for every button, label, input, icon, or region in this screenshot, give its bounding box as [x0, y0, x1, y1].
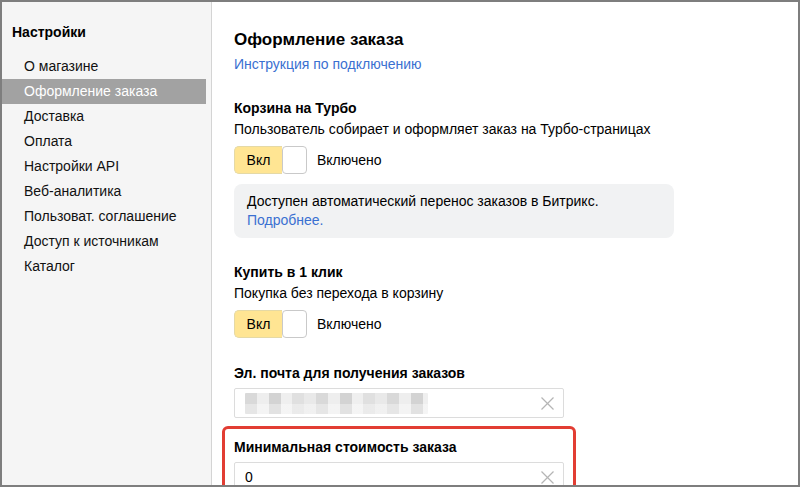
sidebar-item-payment[interactable]: Оплата — [2, 129, 211, 154]
section-turbo-cart: Корзина на Турбо Пользователь собирает и… — [234, 100, 798, 238]
sidebar-item-user-agreement[interactable]: Пользоват. соглашение — [2, 204, 211, 229]
page-title: Оформление заказа — [234, 30, 798, 50]
sidebar-item-source-access[interactable]: Доступ к источникам — [2, 229, 211, 254]
sidebar: Настройки О магазине Оформление заказа Д… — [2, 2, 212, 485]
email-label: Эл. почта для получения заказов — [234, 365, 798, 382]
turbo-cart-description: Пользователь собирает и оформляет заказ … — [234, 121, 798, 138]
min-order-input[interactable] — [245, 469, 539, 485]
turbo-cart-toggle-row: Вкл Включено — [234, 146, 798, 174]
bitrix-more-link[interactable]: Подробнее. — [247, 212, 324, 228]
toggle-on-label: Вкл — [234, 310, 282, 338]
instruction-link[interactable]: Инструкция по подключению — [234, 56, 422, 72]
sidebar-item-web-analytics[interactable]: Веб-аналитика — [2, 179, 211, 204]
bitrix-notice-text: Доступен автоматический перенос заказов … — [247, 193, 599, 209]
one-click-title: Купить в 1 клик — [234, 264, 798, 281]
annotation-highlight-box: Минимальная стоимость заказа — [222, 426, 576, 487]
email-field[interactable] — [234, 388, 564, 418]
turbo-cart-toggle[interactable]: Вкл — [234, 146, 307, 174]
one-click-description: Покупка без перехода в корзину — [234, 285, 798, 302]
toggle-knob — [282, 146, 307, 174]
one-click-toggle-row: Вкл Включено — [234, 310, 798, 338]
clear-icon[interactable] — [539, 395, 555, 411]
turbo-cart-toggle-state: Включено — [317, 152, 382, 168]
section-email: Эл. почта для получения заказов — [234, 365, 798, 418]
one-click-toggle[interactable]: Вкл — [234, 310, 307, 338]
main-content: Оформление заказа Инструкция по подключе… — [212, 2, 798, 485]
one-click-toggle-state: Включено — [317, 316, 382, 332]
clear-icon[interactable] — [539, 469, 555, 485]
sidebar-item-delivery[interactable]: Доставка — [2, 104, 211, 129]
turbo-cart-title: Корзина на Турбо — [234, 100, 798, 117]
toggle-knob — [282, 310, 307, 338]
toggle-on-label: Вкл — [234, 146, 282, 174]
sidebar-nav: О магазине Оформление заказа Доставка Оп… — [2, 54, 211, 279]
min-order-field — [234, 462, 564, 487]
sidebar-item-about-shop[interactable]: О магазине — [2, 54, 211, 79]
bitrix-notice: Доступен автоматический перенос заказов … — [234, 184, 674, 238]
sidebar-item-api-settings[interactable]: Настройки API — [2, 154, 211, 179]
settings-window: Настройки О магазине Оформление заказа Д… — [0, 0, 800, 487]
redacted-email-value — [245, 393, 428, 414]
min-order-label: Минимальная стоимость заказа — [234, 439, 573, 456]
sidebar-title: Настройки — [2, 24, 211, 40]
section-one-click: Купить в 1 клик Покупка без перехода в к… — [234, 264, 798, 338]
sidebar-item-catalog[interactable]: Каталог — [2, 254, 211, 279]
sidebar-item-order-processing[interactable]: Оформление заказа — [2, 79, 206, 104]
